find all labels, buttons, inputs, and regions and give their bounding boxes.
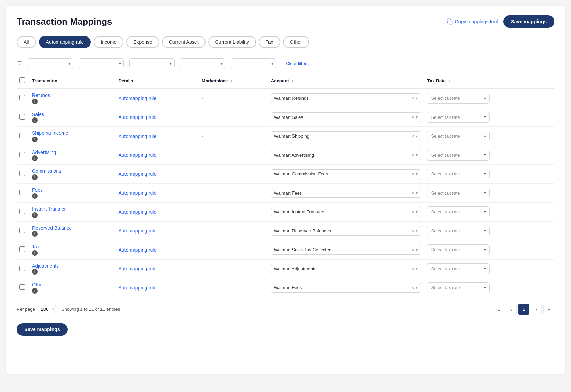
account-select-8[interactable]: Walmart Sales Tax Collected×▾: [271, 245, 422, 255]
account-clear-button-10[interactable]: ×: [411, 285, 415, 291]
account-select-2[interactable]: Walmart Shipping×▾: [271, 131, 422, 141]
details-link-0[interactable]: Automapping rule: [118, 96, 156, 101]
account-dropdown-button-10[interactable]: ▾: [415, 285, 418, 290]
details-link-6[interactable]: Automapping rule: [118, 209, 156, 215]
details-link-9[interactable]: Automapping rule: [118, 266, 156, 271]
info-icon-7[interactable]: i: [32, 231, 38, 237]
account-dropdown-button-9[interactable]: ▾: [415, 266, 418, 271]
account-select-4[interactable]: Walmart Commission Fees×▾: [271, 169, 422, 179]
account-select-5[interactable]: Walmart Fees×▾: [271, 188, 422, 198]
transaction-link-4[interactable]: Commissions: [32, 168, 113, 174]
tax-rate-select-8[interactable]: Select tax rate: [427, 244, 490, 255]
tab-all[interactable]: All: [17, 36, 36, 48]
account-clear-button-8[interactable]: ×: [411, 247, 415, 253]
row-checkbox-8[interactable]: [19, 246, 25, 252]
transaction-link-8[interactable]: Tax: [32, 244, 113, 250]
info-icon-4[interactable]: i: [32, 174, 38, 180]
details-sort-button[interactable]: ↑: [136, 79, 138, 83]
tax-rate-select-9[interactable]: Select tax rate: [427, 263, 490, 274]
first-page-button[interactable]: «: [493, 304, 504, 315]
account-dropdown-button-4[interactable]: ▾: [415, 172, 418, 177]
account-clear-button-4[interactable]: ×: [411, 171, 415, 177]
account-dropdown-button-7[interactable]: ▾: [415, 228, 418, 233]
clear-filters-button[interactable]: Clear filters: [286, 61, 309, 66]
row-checkbox-3[interactable]: [19, 152, 25, 157]
tax-rate-select-6[interactable]: Select tax rate: [427, 206, 490, 217]
account-filter-select[interactable]: [180, 58, 225, 68]
transaction-link-1[interactable]: Sales: [32, 112, 113, 117]
tax-rate-select-5[interactable]: Select tax rate: [427, 188, 490, 198]
tab-expense[interactable]: Expense: [126, 36, 159, 48]
row-checkbox-5[interactable]: [19, 190, 25, 195]
page-1-button[interactable]: 1: [518, 304, 529, 315]
row-checkbox-10[interactable]: [19, 284, 25, 290]
info-icon-10[interactable]: i: [32, 288, 38, 294]
row-checkbox-9[interactable]: [19, 266, 25, 271]
next-page-button[interactable]: ›: [531, 304, 542, 315]
tab-tax[interactable]: Tax: [259, 36, 280, 48]
info-icon-2[interactable]: i: [32, 137, 38, 142]
account-dropdown-button-1[interactable]: ▾: [415, 115, 418, 120]
account-select-1[interactable]: Walmart Sales×▾: [271, 112, 422, 122]
account-select-10[interactable]: Walmart Fees×▾: [271, 283, 422, 293]
tax-rate-select-1[interactable]: Select tax rate: [427, 112, 490, 123]
row-checkbox-6[interactable]: [19, 209, 25, 214]
transaction-sort-button[interactable]: ↑: [60, 79, 62, 83]
details-link-3[interactable]: Automapping rule: [118, 152, 156, 158]
tab-automapping[interactable]: Automapping rule: [39, 36, 91, 48]
transaction-link-0[interactable]: Refunds: [32, 92, 113, 98]
transaction-link-5[interactable]: Fees: [32, 187, 113, 193]
details-link-8[interactable]: Automapping rule: [118, 247, 156, 253]
transaction-link-3[interactable]: Advertising: [32, 149, 113, 155]
row-checkbox-1[interactable]: [19, 114, 25, 120]
tax-rate-select-7[interactable]: Select tax rate: [427, 226, 490, 236]
tab-other[interactable]: Other: [283, 36, 309, 48]
save-mappings-button-top[interactable]: Save mappings: [503, 15, 554, 28]
account-select-3[interactable]: Walmart Advertising×▾: [271, 150, 422, 160]
details-link-4[interactable]: Automapping rule: [118, 171, 156, 177]
account-dropdown-button-6[interactable]: ▾: [415, 210, 418, 214]
tax-rate-select-4[interactable]: Select tax rate: [427, 169, 490, 179]
marketplace-filter-select[interactable]: [129, 58, 175, 68]
info-icon-6[interactable]: i: [32, 212, 38, 218]
account-select-7[interactable]: Walmart Reserved Balances×▾: [271, 226, 422, 236]
info-icon-1[interactable]: i: [32, 117, 38, 123]
account-clear-button-6[interactable]: ×: [411, 209, 415, 215]
tax-rate-select-0[interactable]: Select tax rate: [427, 93, 490, 104]
filter-icon[interactable]: [17, 60, 22, 67]
transaction-link-9[interactable]: Adjustments: [32, 263, 113, 269]
row-checkbox-2[interactable]: [19, 133, 25, 138]
details-filter-select[interactable]: [79, 58, 124, 68]
last-page-button[interactable]: »: [543, 304, 554, 315]
account-clear-button-2[interactable]: ×: [411, 133, 415, 139]
tab-current_asset[interactable]: Current Asset: [162, 36, 206, 48]
account-select-9[interactable]: Walmart Adjustments×▾: [271, 264, 422, 273]
prev-page-button[interactable]: ‹: [506, 304, 517, 315]
details-link-7[interactable]: Automapping rule: [118, 228, 156, 234]
account-dropdown-button-0[interactable]: ▾: [415, 96, 418, 101]
tax-rate-select-3[interactable]: Select tax rate: [427, 150, 490, 161]
transaction-link-2[interactable]: Shipping Income: [32, 130, 113, 136]
account-clear-button-1[interactable]: ×: [411, 114, 415, 120]
marketplace-sort-button[interactable]: ↑: [231, 79, 233, 83]
account-dropdown-button-5[interactable]: ▾: [415, 190, 418, 195]
info-icon-0[interactable]: i: [32, 99, 38, 104]
info-icon-3[interactable]: i: [32, 155, 38, 161]
select-all-checkbox[interactable]: [19, 77, 25, 83]
account-clear-button-9[interactable]: ×: [411, 266, 415, 271]
per-page-select[interactable]: 100 50 25: [38, 305, 56, 313]
account-dropdown-button-2[interactable]: ▾: [415, 134, 418, 139]
info-icon-5[interactable]: i: [32, 193, 38, 199]
transaction-link-7[interactable]: Reserved Balance: [32, 225, 113, 231]
transaction-link-10[interactable]: Other: [32, 282, 113, 287]
account-dropdown-button-8[interactable]: ▾: [415, 247, 418, 252]
save-mappings-button-bottom[interactable]: Save mappings: [17, 323, 68, 336]
account-clear-button-5[interactable]: ×: [411, 190, 415, 196]
row-checkbox-7[interactable]: [19, 228, 25, 233]
info-icon-8[interactable]: i: [32, 250, 38, 256]
tab-income[interactable]: Income: [94, 36, 123, 48]
account-select-0[interactable]: Walmart Refunds×▾: [271, 93, 422, 103]
row-checkbox-0[interactable]: [19, 95, 25, 100]
account-clear-button-0[interactable]: ×: [411, 96, 415, 101]
account-clear-button-3[interactable]: ×: [411, 152, 415, 158]
